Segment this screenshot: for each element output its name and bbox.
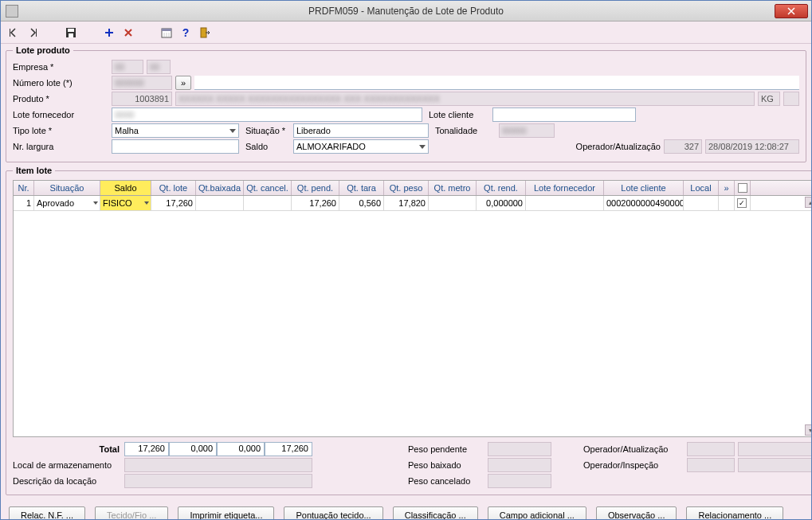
total-qt-lote: 17,260 bbox=[124, 442, 169, 456]
arrow-right-icon bbox=[27, 27, 38, 38]
col-qt-peso[interactable]: Qt. peso bbox=[384, 181, 429, 195]
tipo-lote-value: Malha bbox=[115, 126, 139, 135]
pontuacao-button[interactable]: Pontuação tecido... bbox=[284, 506, 382, 520]
total-qt-baixada: 0,000 bbox=[169, 442, 217, 456]
add-button[interactable] bbox=[101, 25, 117, 41]
nr-largura-label: Nr. largura bbox=[13, 141, 108, 152]
peso-canc-label: Peso cancelado bbox=[408, 475, 488, 487]
lote-forn-field[interactable]: 0000 bbox=[112, 108, 422, 122]
nav-next-button[interactable] bbox=[25, 25, 41, 41]
lote-produto-group: Lote produto Empresa * 00 00 Número lote… bbox=[6, 45, 806, 162]
cell-qt-pend[interactable]: 17,260 bbox=[292, 196, 339, 210]
calendar-button[interactable] bbox=[159, 25, 175, 41]
col-nr[interactable]: Nr. bbox=[14, 181, 34, 195]
help-icon: ? bbox=[182, 26, 190, 39]
cell-lote-forn[interactable] bbox=[526, 196, 604, 210]
op-atual-label: Operador/Atualização bbox=[583, 444, 687, 455]
produto-code: 1003891 bbox=[112, 92, 172, 106]
col-qt-metro[interactable]: Qt. metro bbox=[429, 181, 477, 195]
op-insp-field bbox=[687, 458, 735, 472]
tipo-lote-combo[interactable]: Malha bbox=[112, 123, 239, 138]
titlebar: PRDFM059 - Manutenção de Lote de Produto bbox=[1, 1, 811, 22]
cell-qt-cancel[interactable] bbox=[244, 196, 292, 210]
desc-loc-field bbox=[124, 474, 312, 488]
save-button[interactable] bbox=[63, 25, 79, 41]
peso-canc-field bbox=[488, 474, 551, 488]
total-qt-cancel: 0,000 bbox=[217, 442, 265, 456]
cell-qt-rend[interactable]: 0,000000 bbox=[477, 196, 526, 210]
col-qt-baixada[interactable]: Qt.baixada bbox=[196, 181, 244, 195]
nr-largura-field[interactable] bbox=[112, 139, 239, 154]
lote-produto-legend: Lote produto bbox=[13, 45, 73, 55]
scroll-down[interactable]: ▾ bbox=[805, 424, 812, 436]
col-qt-rend[interactable]: Qt. rend. bbox=[477, 181, 526, 195]
scroll-up[interactable]: ▴ bbox=[805, 197, 812, 208]
cell-local[interactable] bbox=[684, 196, 719, 210]
numero-lote-desc[interactable] bbox=[194, 76, 799, 90]
lote-cliente-label: Lote cliente bbox=[429, 109, 489, 120]
col-local[interactable]: Local bbox=[684, 181, 719, 195]
col-qt-pend[interactable]: Qt. pend. bbox=[292, 181, 339, 195]
saldo-value: ALMOXARIFADO bbox=[296, 142, 366, 151]
cell-check[interactable]: ✓ bbox=[735, 196, 751, 210]
delete-button[interactable] bbox=[120, 25, 136, 41]
cell-situacao[interactable]: Aprovado bbox=[34, 196, 100, 210]
row-checkbox[interactable]: ✓ bbox=[737, 198, 747, 208]
cell-qt-lote[interactable]: 17,260 bbox=[151, 196, 196, 210]
col-situacao[interactable]: Situação bbox=[34, 181, 100, 195]
svg-rect-6 bbox=[162, 29, 171, 31]
col-lote-cliente[interactable]: Lote cliente bbox=[604, 181, 684, 195]
peso-baix-field bbox=[488, 458, 551, 472]
produto-unit: KG bbox=[758, 92, 780, 106]
desc-loc-label: Descrição da locação bbox=[13, 475, 124, 487]
col-check[interactable] bbox=[735, 181, 751, 195]
situacao-field[interactable]: Liberado bbox=[293, 123, 429, 138]
op-atual-date bbox=[738, 442, 812, 456]
relacion-button[interactable]: Relacionamento ... bbox=[686, 506, 783, 520]
item-lote-group: Item lote Nr. Situação Saldo Qt. lote Qt… bbox=[6, 166, 812, 495]
nav-prev-button[interactable] bbox=[6, 25, 22, 41]
item-lote-legend: Item lote bbox=[13, 166, 55, 175]
total-label: Total bbox=[13, 444, 124, 454]
peso-baix-label: Peso baixado bbox=[408, 459, 488, 471]
table-row[interactable]: 1 Aprovado FISICO 17,260 17,260 0,560 17… bbox=[14, 196, 812, 211]
cell-saldo[interactable]: FISICO bbox=[100, 196, 151, 210]
svg-rect-0 bbox=[10, 29, 10, 37]
numero-lote-field[interactable]: 000000 bbox=[112, 76, 172, 90]
cell-qt-tara[interactable]: 0,560 bbox=[339, 196, 384, 210]
cell-qt-peso[interactable]: 17,820 bbox=[384, 196, 429, 210]
cell-more[interactable] bbox=[719, 196, 735, 210]
imprimir-button[interactable]: Imprimir etiqueta... bbox=[178, 506, 274, 520]
data-hora-field: 28/08/2019 12:08:27 bbox=[705, 139, 799, 154]
col-qt-tara[interactable]: Qt. tara bbox=[339, 181, 384, 195]
operador-label: Operador/Atualização bbox=[576, 141, 661, 152]
col-saldo[interactable]: Saldo bbox=[100, 181, 151, 195]
col-lote-forn[interactable]: Lote fornecedor bbox=[526, 181, 604, 195]
op-insp-label: Operador/Inspeção bbox=[583, 459, 687, 471]
grid-header: Nr. Situação Saldo Qt. lote Qt.baixada Q… bbox=[14, 181, 812, 196]
saldo-combo[interactable]: ALMOXARIFADO bbox=[293, 139, 429, 154]
col-more[interactable]: » bbox=[719, 181, 735, 195]
grid-body: 1 Aprovado FISICO 17,260 17,260 0,560 17… bbox=[14, 196, 812, 436]
lote-cliente-field[interactable] bbox=[492, 108, 636, 122]
op-insp-date bbox=[738, 458, 812, 472]
obs-button[interactable]: Observação ... bbox=[596, 506, 677, 520]
plus-icon bbox=[104, 28, 114, 37]
exit-button[interactable] bbox=[197, 25, 213, 41]
campo-button[interactable]: Campo adicional ... bbox=[488, 506, 586, 520]
classif-button[interactable]: Classificação ... bbox=[393, 506, 478, 520]
cell-qt-metro[interactable] bbox=[429, 196, 477, 210]
numero-lote-label: Número lote (*) bbox=[13, 77, 108, 88]
close-button[interactable] bbox=[775, 4, 808, 18]
cell-qt-baixada[interactable] bbox=[196, 196, 244, 210]
col-qt-lote[interactable]: Qt. lote bbox=[151, 181, 196, 195]
col-qt-cancel[interactable]: Qt. cancel. bbox=[244, 181, 292, 195]
relac-nf-button[interactable]: Relac. N.F. ... bbox=[9, 506, 85, 520]
numero-lote-lookup[interactable]: » bbox=[175, 76, 191, 90]
help-button[interactable]: ? bbox=[178, 25, 194, 41]
header-checkbox[interactable] bbox=[738, 183, 747, 193]
produto-desc: XXXXXX XXXXX XXXXXXXXXXXXXXXX XXX XXXXXX… bbox=[175, 92, 755, 106]
cell-lote-cliente[interactable]: 0002000000490000 bbox=[604, 196, 684, 210]
button-bar: Relac. N.F. ... Tecido/Fio ... Imprimir … bbox=[1, 500, 811, 520]
exit-icon bbox=[199, 27, 210, 38]
